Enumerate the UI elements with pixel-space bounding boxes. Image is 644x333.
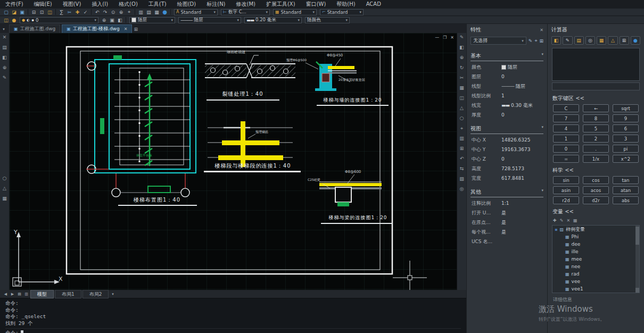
zoom-previous-icon[interactable]: ⌖ [125,9,133,15]
calc-key-backspace[interactable]: ← [583,104,609,112]
paste-icon[interactable]: ✓ [81,9,89,15]
calc-key-sin[interactable]: sin [553,176,579,184]
calc-input-field[interactable] [552,82,640,90]
drawing-canvas[interactable]: — ❐ ✕ [10,33,457,290]
calc-key-6[interactable]: 6 [613,124,639,132]
file-tab-inactive[interactable]: ▣ 工程施工图.dwg [9,24,60,33]
calc-key-abs[interactable]: abs [613,196,639,204]
plot-style-combo[interactable]: 随颜色▾ [305,17,350,23]
close-toolbar-icon[interactable]: ✕ [3,35,7,40]
calc-clear-icon[interactable]: ◧ [551,36,561,45]
collapse-icon[interactable]: ▾ [541,125,543,132]
help-sphere-icon[interactable]: ● [161,9,169,15]
delete-variable-icon[interactable]: ✕ [566,218,570,223]
properties-close-icon[interactable]: ✕ [540,28,543,32]
viewport-restore-icon[interactable]: ❐ [443,35,447,40]
viewport-minimize-icon[interactable]: — [435,35,439,40]
variable-item[interactable]: ▦ille [552,248,639,255]
calc-key-r2d[interactable]: r2d [553,196,579,204]
calc-key-atan[interactable]: atan [613,186,639,194]
calc-key-d2r[interactable]: d2r [583,196,609,204]
draw-tool-icon-1[interactable]: ▤ [2,45,7,50]
layout-grid-icon[interactable]: ▥ [23,292,29,296]
collapse-icon[interactable]: ▾ [541,52,543,60]
collapse-icon[interactable]: ▾ [541,188,543,196]
calc-key-sqrt[interactable]: sqrt [613,104,639,112]
save-icon[interactable]: ▣ [18,9,26,15]
match-properties-icon[interactable]: ∑ [57,9,65,15]
menu-express-tools[interactable]: 扩展工具(X) [261,0,301,9]
calc-key-clear[interactable]: C [553,104,579,112]
menu-insert[interactable]: 插入(I) [86,0,113,9]
variable-item[interactable]: ▦dee [552,240,639,248]
make-layer-current-icon[interactable]: ⊕ [100,17,108,23]
menu-edit[interactable]: 编辑(E) [29,0,57,9]
layer-manager-icon[interactable]: ◫ [2,17,10,23]
first-layout-icon[interactable]: ◀ [3,292,9,296]
modify-tool-icon-1[interactable]: ✎ [460,35,464,40]
calc-get-coordinates-icon[interactable]: ◎ [585,36,595,45]
viewport-close-icon[interactable]: ✕ [450,35,454,40]
calc-clear-history-icon[interactable]: ✎ [563,36,572,45]
plot-preview-icon[interactable]: ⊡ [38,9,46,15]
command-prompt[interactable]: 命令: [5,328,461,333]
layer-walk-icon[interactable]: ◧ [116,17,124,23]
quick-select-icon[interactable]: ⊞ [539,38,543,44]
toggle-pickadd-icon[interactable]: ✎ [529,38,533,44]
menu-modify[interactable]: 修改(M) [231,0,261,9]
calc-help-icon[interactable]: ● [631,36,640,45]
calc-key-inverse[interactable]: 1/x [583,155,609,163]
menu-help[interactable]: 帮助(H) [331,0,360,9]
calc-key-7[interactable]: 7 [553,114,579,122]
undo-icon[interactable]: ↶ [93,9,101,15]
linetype-combo[interactable]: ——— 随层▾ [178,17,241,23]
modify-tool-icon-15[interactable]: ▧ [459,176,464,181]
modify-tool-icon-16[interactable]: ◎ [460,186,464,192]
calc-key-0[interactable]: 0 [553,145,579,153]
color-combo[interactable]: 随层▾ [129,17,175,23]
calc-key-9[interactable]: 9 [613,114,639,122]
modify-tool-icon-13[interactable]: ↶ [460,156,464,161]
tab-list-dropdown[interactable]: ▾ [0,26,7,33]
calc-history-area[interactable] [552,48,640,81]
menu-window[interactable]: 窗口(W) [301,0,332,9]
edit-variable-icon[interactable]: ✎ [560,218,564,223]
variables-section-label[interactable]: 变量 << [548,205,644,217]
modify-tool-icon-7[interactable]: ◫ [459,95,464,101]
layer-combo[interactable]: ● ◐ ▪ 0▾ [20,17,98,23]
menu-format[interactable]: 格式(O) [113,0,143,9]
plot-icon[interactable]: ⊟ [30,9,38,15]
scientific-section-label[interactable]: 科学 << [548,163,644,176]
draw-tool-icon-6[interactable]: △ [3,186,6,191]
cut-icon[interactable]: ✂ [65,9,73,15]
calc-key-8[interactable]: 8 [583,114,609,122]
next-layout-icon[interactable]: ▶ [10,292,15,296]
layout-list-icon[interactable]: ▤ [16,292,22,296]
layout-dropdown-icon[interactable]: ▾ [110,292,115,296]
calc-key-acos[interactable]: acos [583,186,609,194]
new-tab-icon[interactable]: ⊞ [132,26,139,33]
variable-item[interactable]: ▦vee [552,278,639,285]
modify-tool-icon-11[interactable]: ▥ [459,136,464,141]
modify-tool-icon-9[interactable]: ○ [460,115,464,121]
open-icon[interactable]: ◪ [10,9,18,15]
calc-intersection-icon[interactable]: ⊞ [620,36,629,45]
draw-tool-icon-7[interactable]: ▦ [2,196,7,201]
calc-key-square[interactable]: x^2 [613,155,639,163]
modify-tool-icon-4[interactable]: ↻ [460,65,464,70]
mleader-style-combo[interactable]: ⌐ Standard▾ [320,9,364,15]
table-style-combo[interactable]: ▦ Standard▾ [273,9,317,15]
layout1-tab[interactable]: 布局1 [55,290,81,298]
file-tab-active[interactable]: ▣ 工程施工图-楼梯.dwg ✕ [62,24,132,33]
scrollbar-down-button[interactable] [635,288,639,293]
calc-key-1[interactable]: 1 [553,135,579,143]
text-style-combo[interactable]: A Standard▾ [174,9,218,15]
design-center-icon[interactable]: ▤ [145,9,153,15]
menu-tools[interactable]: 工具(T) [143,0,172,9]
variable-item[interactable]: ▦vee1 [552,285,639,293]
calc-key-tan[interactable]: tan [613,176,639,184]
model-tab[interactable]: 模型 [30,290,54,298]
variable-item[interactable]: ▦nee [552,263,639,270]
close-tab-icon[interactable]: ✕ [124,27,128,31]
new-variable-icon[interactable]: ✚ [553,218,557,223]
